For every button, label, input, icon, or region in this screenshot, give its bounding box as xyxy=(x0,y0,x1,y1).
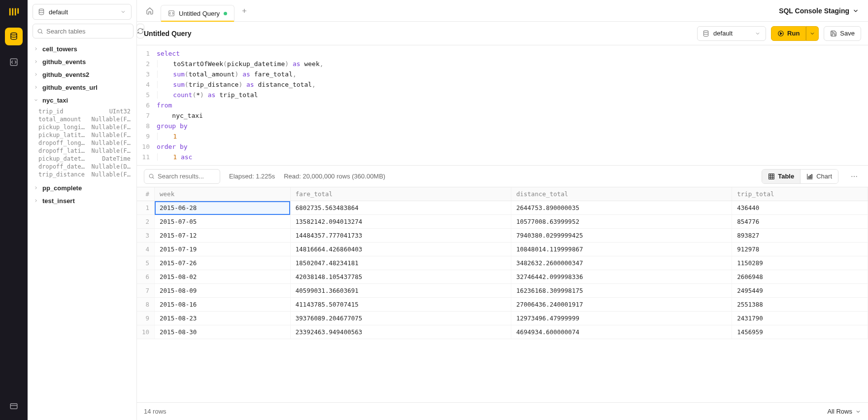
table-cell[interactable]: 2015-08-02 xyxy=(155,270,291,284)
table-cell[interactable]: 436440 xyxy=(732,201,868,215)
table-cell[interactable]: 2015-07-19 xyxy=(155,243,291,256)
table-cell[interactable]: 42038148.105437785 xyxy=(290,270,511,284)
table-cell[interactable]: 10577008.63999952 xyxy=(511,215,732,229)
table-cell[interactable]: 9 xyxy=(137,312,155,325)
table-cell[interactable]: 2015-07-12 xyxy=(155,229,291,243)
table-cell[interactable]: 2495449 xyxy=(732,284,868,298)
table-cell[interactable]: 2015-08-23 xyxy=(155,312,291,325)
column-row[interactable]: trip_idUInt32 xyxy=(31,107,134,115)
table-cell[interactable]: 23392463.949400563 xyxy=(290,325,511,339)
table-item-github-events2[interactable]: github_events2 xyxy=(31,68,134,81)
table-cell[interactable]: 1 xyxy=(137,201,155,215)
table-row[interactable]: 82015-08-1641143785.5070741527006436.240… xyxy=(137,298,868,312)
table-cell[interactable]: 16236168.309998175 xyxy=(511,284,732,298)
tab-untitled-query[interactable]: Untitled Query xyxy=(161,5,234,22)
run-button[interactable]: Run xyxy=(771,26,806,41)
table-item-test-insert[interactable]: test_insert xyxy=(31,194,134,207)
table-cell[interactable]: 10 xyxy=(137,325,155,339)
table-cell[interactable]: 18502047.48234181 xyxy=(290,256,511,270)
code-line[interactable]: group by xyxy=(157,121,868,131)
code-line[interactable]: sum(trip_distance) as distance_total, xyxy=(157,79,868,90)
table-row[interactable]: 92015-08-2339376089.20467707512973496.47… xyxy=(137,312,868,325)
code-area[interactable]: select toStartOfWeek(pickup_datetime) as… xyxy=(155,48,868,162)
environment-select[interactable]: SQL Console Staging xyxy=(779,7,862,15)
table-cell[interactable]: 40599031.36603691 xyxy=(290,284,511,298)
table-cell[interactable]: 14484357.777041733 xyxy=(290,229,511,243)
table-cell[interactable]: 32746442.099998336 xyxy=(511,270,732,284)
table-item-nyc-taxi[interactable]: nyc_taxi xyxy=(31,94,134,106)
column-row[interactable]: dropoff_long…Nullable(F… xyxy=(31,139,134,147)
table-cell[interactable]: 2644753.890000035 xyxy=(511,201,732,215)
home-tab-button[interactable] xyxy=(143,4,157,18)
table-row[interactable]: 72015-08-0940599031.3660369116236168.309… xyxy=(137,284,868,298)
table-row[interactable]: 22015-07-0513582142.09401327410577008.63… xyxy=(137,215,868,229)
table-cell[interactable]: 6802735.563483864 xyxy=(290,201,511,215)
add-tab-button[interactable] xyxy=(238,5,250,17)
database-select[interactable]: default xyxy=(33,4,132,20)
code-line[interactable]: 1 xyxy=(157,131,868,141)
table-cell[interactable]: 3 xyxy=(137,229,155,243)
table-item-pp-complete[interactable]: pp_complete xyxy=(31,181,134,194)
run-dropdown-button[interactable] xyxy=(806,26,819,41)
code-line[interactable]: select xyxy=(157,48,868,59)
table-cell[interactable]: 13582142.094013274 xyxy=(290,215,511,229)
table-cell[interactable]: 3482632.2600000347 xyxy=(511,256,732,270)
table-cell[interactable]: 4694934.600000074 xyxy=(511,325,732,339)
all-rows-select[interactable]: All Rows xyxy=(827,408,861,415)
results-table-wrap[interactable]: #weekfare_totaldistance_totaltrip_total … xyxy=(137,187,868,402)
table-cell[interactable]: 2551388 xyxy=(732,298,868,312)
table-cell[interactable]: 1456959 xyxy=(732,325,868,339)
column-row[interactable]: total_amountNullable(F… xyxy=(31,115,134,123)
column-header[interactable]: trip_total xyxy=(732,187,868,201)
table-cell[interactable]: 6 xyxy=(137,270,155,284)
table-cell[interactable]: 2015-08-30 xyxy=(155,325,291,339)
table-item-cell-towers[interactable]: cell_towers xyxy=(31,42,134,55)
view-table-button[interactable]: Table xyxy=(762,170,800,183)
column-row[interactable]: dropoff_date…Nullable(D… xyxy=(31,163,134,171)
table-row[interactable]: 62015-08-0242038148.10543778532746442.09… xyxy=(137,270,868,284)
rail-queries-button[interactable] xyxy=(5,53,23,71)
table-cell[interactable]: 2015-07-26 xyxy=(155,256,291,270)
table-cell[interactable]: 912978 xyxy=(732,243,868,256)
view-chart-button[interactable]: Chart xyxy=(800,170,838,183)
table-row[interactable]: 42015-07-1914816664.42686040310848014.11… xyxy=(137,243,868,256)
table-cell[interactable]: 10848014.119999867 xyxy=(511,243,732,256)
table-cell[interactable]: 893827 xyxy=(732,229,868,243)
table-row[interactable]: 32015-07-1214484357.7770417337940380.029… xyxy=(137,229,868,243)
table-cell[interactable]: 2015-07-05 xyxy=(155,215,291,229)
table-cell[interactable]: 12973496.47999999 xyxy=(511,312,732,325)
table-cell[interactable]: 27006436.240001917 xyxy=(511,298,732,312)
table-cell[interactable]: 1150289 xyxy=(732,256,868,270)
code-line[interactable]: 1 asc xyxy=(157,152,868,162)
table-cell[interactable]: 8 xyxy=(137,298,155,312)
table-cell[interactable]: 4 xyxy=(137,243,155,256)
column-row[interactable]: pickup_datetimeDateTime xyxy=(31,155,134,163)
code-line[interactable]: sum(total_amount) as fare_total, xyxy=(157,69,868,79)
table-row[interactable]: 52015-07-2618502047.482341813482632.2600… xyxy=(137,256,868,270)
table-cell[interactable]: 41143785.50707415 xyxy=(290,298,511,312)
search-tables-input[interactable] xyxy=(46,28,129,35)
code-line[interactable]: from xyxy=(157,100,868,110)
results-table[interactable]: #weekfare_totaldistance_totaltrip_total … xyxy=(137,187,868,339)
column-header[interactable]: distance_total xyxy=(511,187,732,201)
column-header[interactable]: fare_total xyxy=(290,187,511,201)
table-cell[interactable]: 2 xyxy=(137,215,155,229)
query-database-select[interactable]: default xyxy=(697,26,766,41)
table-cell[interactable]: 5 xyxy=(137,256,155,270)
table-item-github-events[interactable]: github_events xyxy=(31,55,134,68)
rail-tables-button[interactable] xyxy=(5,28,23,45)
column-row[interactable]: pickup_longi…Nullable(F… xyxy=(31,123,134,131)
search-results-input-wrap[interactable] xyxy=(144,169,220,184)
table-cell[interactable]: 2606948 xyxy=(732,270,868,284)
table-cell[interactable]: 2015-08-09 xyxy=(155,284,291,298)
table-row[interactable]: 102015-08-3023392463.9494005634694934.60… xyxy=(137,325,868,339)
sql-editor[interactable]: 1234567891011 select toStartOfWeek(picku… xyxy=(137,45,868,166)
table-cell[interactable]: 2015-06-28 xyxy=(155,201,291,215)
table-row[interactable]: 12015-06-286802735.5634838642644753.8900… xyxy=(137,201,868,215)
search-tables-input-wrap[interactable] xyxy=(33,24,134,38)
code-line[interactable]: toStartOfWeek(pickup_datetime) as week, xyxy=(157,59,868,69)
column-header[interactable]: week xyxy=(155,187,291,201)
table-cell[interactable]: 39376089.204677075 xyxy=(290,312,511,325)
code-line[interactable]: count(*) as trip_total xyxy=(157,90,868,100)
column-row[interactable]: dropoff_lati…Nullable(F… xyxy=(31,147,134,155)
